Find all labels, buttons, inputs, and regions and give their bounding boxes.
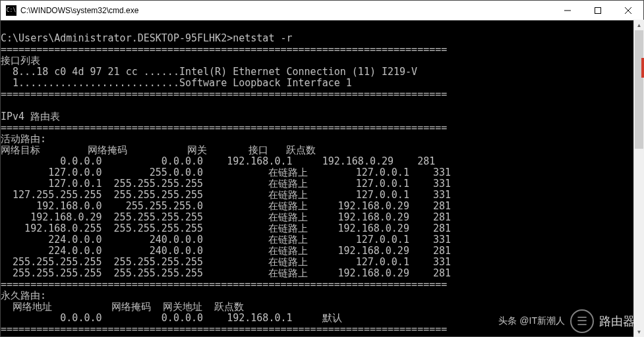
scrollbar-thumb[interactable] [635, 30, 643, 149]
window-controls [552, 1, 643, 20]
window-title: C:\WINDOWS\system32\cmd.exe [20, 6, 552, 15]
scroll-up-arrow[interactable]: ▲ [634, 20, 644, 30]
scroll-down-arrow[interactable]: ▼ [634, 326, 644, 337]
cmd-icon: C:\ [6, 5, 16, 16]
terminal-output[interactable]: C:\Users\Administrator.DESKTOP-95FLHK2>n… [1, 20, 643, 336]
minimize-button[interactable] [552, 1, 583, 20]
cmd-window: C:\ C:\WINDOWS\system32\cmd.exe C:\Users… [0, 0, 644, 337]
svg-rect-1 [595, 7, 601, 13]
close-button[interactable] [613, 1, 643, 20]
titlebar[interactable]: C:\ C:\WINDOWS\system32\cmd.exe [1, 1, 643, 20]
maximize-button[interactable] [583, 1, 613, 20]
red-edge-decoration [641, 58, 644, 78]
